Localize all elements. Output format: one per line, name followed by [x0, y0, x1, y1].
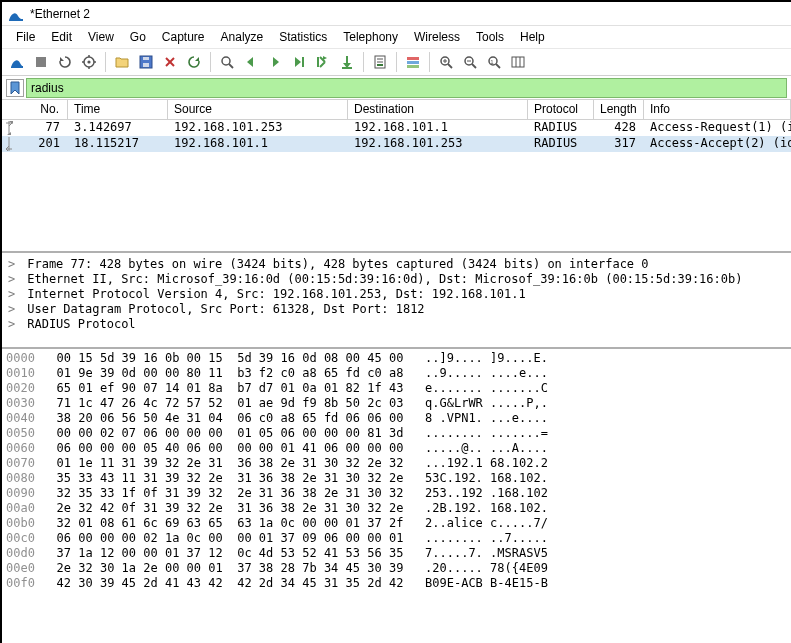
hex-bytes: 32 35 33 1f 0f 31 39 32 2e 31 36 38 2e 3… [35, 486, 425, 500]
window-title: *Ethernet 2 [30, 7, 90, 21]
details-line[interactable]: > User Datagram Protocol, Src Port: 6132… [8, 302, 785, 317]
go-last-icon[interactable] [336, 51, 358, 73]
hex-bytes: 38 20 06 56 50 4e 31 04 06 c0 a8 65 fd 0… [35, 411, 425, 425]
svg-rect-23 [407, 61, 419, 64]
hex-ascii: q.G&LrWR .....P,. [425, 396, 548, 410]
expand-icon[interactable]: > [8, 257, 20, 272]
menu-edit[interactable]: Edit [43, 28, 80, 46]
reload-icon[interactable] [183, 51, 205, 73]
menu-tools[interactable]: Tools [468, 28, 512, 46]
hex-offset: 0070 [6, 456, 35, 470]
details-line[interactable]: > Internet Protocol Version 4, Src: 192.… [8, 287, 785, 302]
packet-bytes-pane[interactable]: 0000 00 15 5d 39 16 0b 00 15 5d 39 16 0d… [2, 349, 791, 643]
zoom-out-icon[interactable] [459, 51, 481, 73]
hex-line[interactable]: 0030 71 1c 47 26 4c 72 57 52 01 ae 9d f9… [6, 396, 787, 411]
hex-line[interactable]: 0070 01 1e 11 31 39 32 2e 31 36 38 2e 31… [6, 456, 787, 471]
menu-analyze[interactable]: Analyze [213, 28, 272, 46]
details-line[interactable]: > Frame 77: 428 bytes on wire (3424 bits… [8, 257, 785, 272]
menu-file[interactable]: File [8, 28, 43, 46]
column-header-info[interactable]: Info [644, 100, 791, 119]
expand-icon[interactable]: > [8, 272, 20, 287]
hex-line[interactable]: 00c0 06 00 00 00 02 1a 0c 00 00 01 37 09… [6, 531, 787, 546]
details-line[interactable]: > Ethernet II, Src: Microsof_39:16:0d (0… [8, 272, 785, 287]
svg-rect-35 [512, 57, 524, 67]
menu-telephony[interactable]: Telephony [335, 28, 406, 46]
find-icon[interactable] [216, 51, 238, 73]
hex-offset: 0060 [6, 441, 35, 455]
column-header-length[interactable]: Length [594, 100, 644, 119]
cell: Access-Accept(2) (id=10, l=275) [644, 136, 791, 152]
hex-line[interactable]: 00d0 37 1a 12 00 00 01 37 12 0c 4d 53 52… [6, 546, 787, 561]
hex-line[interactable]: 0060 06 00 00 00 05 40 06 00 00 00 01 41… [6, 441, 787, 456]
packet-list-body[interactable]: 773.142697192.168.101.253192.168.101.1RA… [2, 120, 791, 251]
menu-go[interactable]: Go [122, 28, 154, 46]
zoom-reset-icon[interactable]: 1 [483, 51, 505, 73]
close-file-icon[interactable] [159, 51, 181, 73]
filter-bookmark-icon[interactable] [6, 79, 24, 97]
hex-line[interactable]: 0090 32 35 33 1f 0f 31 39 32 2e 31 36 38… [6, 486, 787, 501]
expand-icon[interactable]: > [8, 287, 20, 302]
go-to-packet-icon[interactable] [288, 51, 310, 73]
details-text: User Datagram Protocol, Src Port: 61328,… [20, 302, 425, 316]
expand-icon[interactable]: > [8, 317, 20, 332]
hex-line[interactable]: 00f0 42 30 39 45 2d 41 43 42 42 2d 34 45… [6, 576, 787, 591]
hex-line[interactable]: 00a0 2e 32 42 0f 31 39 32 2e 31 36 38 2e… [6, 501, 787, 516]
hex-offset: 0050 [6, 426, 35, 440]
hex-line[interactable]: 00b0 32 01 08 61 6c 69 63 65 63 1a 0c 00… [6, 516, 787, 531]
svg-line-13 [229, 64, 233, 68]
go-back-icon[interactable] [240, 51, 262, 73]
packet-details-pane[interactable]: > Frame 77: 428 bytes on wire (3424 bits… [2, 253, 791, 349]
title-bar: *Ethernet 2 [2, 2, 791, 26]
display-filter-input[interactable] [26, 78, 787, 98]
main-toolbar: 1 [2, 48, 791, 76]
packet-row[interactable]: 773.142697192.168.101.253192.168.101.1RA… [2, 120, 791, 136]
column-header-source[interactable]: Source [168, 100, 348, 119]
hex-bytes: 00 00 02 07 06 00 00 00 01 05 06 00 00 0… [35, 426, 425, 440]
column-header-no[interactable]: No. [2, 100, 68, 119]
menu-help[interactable]: Help [512, 28, 553, 46]
hex-bytes: 37 1a 12 00 00 01 37 12 0c 4d 53 52 41 5… [35, 546, 425, 560]
hex-line[interactable]: 0000 00 15 5d 39 16 0b 00 15 5d 39 16 0d… [6, 351, 787, 366]
options-icon[interactable] [78, 51, 100, 73]
menu-wireless[interactable]: Wireless [406, 28, 468, 46]
cell: RADIUS [528, 120, 594, 136]
svg-line-26 [448, 64, 452, 68]
menu-view[interactable]: View [80, 28, 122, 46]
cell: RADIUS [528, 136, 594, 152]
hex-line[interactable]: 0080 35 33 43 11 31 39 32 2e 31 36 38 2e… [6, 471, 787, 486]
menu-capture[interactable]: Capture [154, 28, 213, 46]
menu-statistics[interactable]: Statistics [271, 28, 335, 46]
column-header-time[interactable]: Time [68, 100, 168, 119]
hex-ascii: B09E-ACB B-4E15-B [425, 576, 548, 590]
go-forward-icon[interactable] [264, 51, 286, 73]
hex-line[interactable]: 00e0 2e 32 30 1a 2e 00 00 01 37 38 28 7b… [6, 561, 787, 576]
hex-line[interactable]: 0020 65 01 ef 90 07 14 01 8a b7 d7 01 0a… [6, 381, 787, 396]
details-text: Frame 77: 428 bytes on wire (3424 bits),… [20, 257, 649, 271]
request-arrow-icon [3, 120, 15, 136]
hex-line[interactable]: 0050 00 00 02 07 06 00 00 00 01 05 06 00… [6, 426, 787, 441]
restart-capture-icon[interactable] [54, 51, 76, 73]
zoom-in-icon[interactable] [435, 51, 457, 73]
expand-icon[interactable]: > [8, 302, 20, 317]
column-header-destination[interactable]: Destination [348, 100, 528, 119]
auto-scroll-icon[interactable] [369, 51, 391, 73]
svg-rect-22 [407, 57, 419, 60]
column-header-protocol[interactable]: Protocol [528, 100, 594, 119]
save-file-icon[interactable] [135, 51, 157, 73]
details-line[interactable]: > RADIUS Protocol [8, 317, 785, 332]
toolbar-separator [210, 52, 211, 72]
resize-columns-icon[interactable] [507, 51, 529, 73]
cell: 317 [594, 136, 644, 152]
go-first-icon[interactable] [312, 51, 334, 73]
shark-fin-icon[interactable] [6, 51, 28, 73]
hex-line[interactable]: 0010 01 9e 39 0d 00 00 80 11 b3 f2 c0 a8… [6, 366, 787, 381]
colorize-icon[interactable] [402, 51, 424, 73]
hex-offset: 00c0 [6, 531, 35, 545]
open-file-icon[interactable] [111, 51, 133, 73]
hex-line[interactable]: 0040 38 20 06 56 50 4e 31 04 06 c0 a8 65… [6, 411, 787, 426]
hex-ascii: 8 .VPN1. ...e.... [425, 411, 548, 425]
display-filter-bar [2, 76, 791, 100]
packet-row[interactable]: 20118.115217192.168.101.1192.168.101.253… [2, 136, 791, 152]
hex-ascii: ........ ..7..... [425, 531, 548, 545]
stop-capture-icon[interactable] [30, 51, 52, 73]
